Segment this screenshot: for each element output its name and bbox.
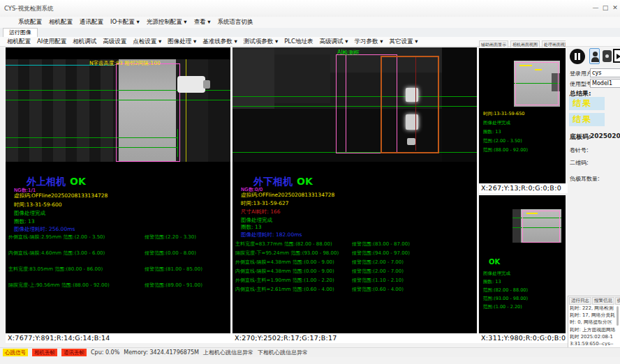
center-result-ok: OK xyxy=(297,176,313,187)
tab-count-label: 负极耳数量: xyxy=(570,175,600,183)
log-panel: 运行日志 报警信息 统计信息 耗时: 222, 网络检测耗时: 17, 网络分类… xyxy=(568,296,620,348)
left-image-measure-label: N字齿高度:93 相邻2间隔:100 xyxy=(89,60,161,67)
user-icon xyxy=(593,52,598,56)
aux-bottom-result-ok: OK xyxy=(489,258,500,266)
tool-ai-config[interactable]: AI使用配置 xyxy=(37,38,66,46)
measurement-row: 主料宽度=83.77mm 范围:(82.00 - 88.00) 报警范围:(83… xyxy=(235,241,474,248)
log-tab-alarm[interactable]: 报警信息 xyxy=(592,297,614,305)
alarm-range: 报警范围:(1.10 - 2.10) xyxy=(352,277,404,284)
left-pixel-coordinates: X:7677;Y:891;R:14;G:14;B:14 xyxy=(6,333,232,343)
left-camera-view[interactable]: N字齿高度:93 相邻2间隔:100 外上相机 OK NG数:1/1 虚拟码:O… xyxy=(6,47,230,333)
aux-bottom-image xyxy=(512,209,561,243)
tool-spot-check[interactable]: 点检设置 ▾ xyxy=(133,38,161,46)
pause-button[interactable] xyxy=(570,49,585,64)
measure-label: 内侧直线-主料=2.61mm 范围:(0.60 - 4.00) xyxy=(235,286,334,293)
board-code-label: 底板码: xyxy=(570,132,591,142)
center-pixel-coordinates: X:270;Y:2502;R:17;G:17;B:17 xyxy=(232,333,479,343)
center-loop-count: 圈数: 13 xyxy=(241,224,261,231)
center-process-time: 图像处理耗时: 182.00ms xyxy=(241,232,302,238)
alarm-range: 报警范围:(0.00 - 8.00) xyxy=(145,250,196,257)
maximize-button[interactable]: □ xyxy=(600,4,610,11)
left-process-time: 图像处理耗时: 256.00ms xyxy=(14,226,75,233)
login-user-input[interactable]: cys xyxy=(590,68,620,77)
tab-run-image[interactable]: 运行图像 xyxy=(3,28,38,37)
alarm-range: 报警范围:(0.60 - 4.00) xyxy=(352,286,404,293)
center-time: 时间:13-31-59-627 xyxy=(241,200,289,207)
measurement-row: 主料宽度:83.05mm 范围:(80.00 - 86.00) 报警范围:(81… xyxy=(8,266,228,273)
pause-icon xyxy=(575,53,577,60)
lock-icon xyxy=(605,54,609,58)
aux-tab-camera-view[interactable]: 相机画面视图 xyxy=(510,40,540,47)
lower-camera-heartbeat-message: 下相机心跳信息异常 xyxy=(258,349,308,356)
tool-baseline-params[interactable]: 基准线参数 ▾ xyxy=(202,38,237,46)
measure-label: 外侧直线-主料=1.90mm 范围:(1.00 - 2.20) xyxy=(235,277,334,284)
left-camera-image: N字齿高度:93 相邻2间隔:100 xyxy=(6,59,230,162)
center-process-done: 图像处理完成 xyxy=(241,217,272,224)
measurement-row: 内侧直线-隔膜=4.38mm 范围:(0.00 - 9.00) 报警范围:(2.… xyxy=(235,268,474,275)
tool-plc-address[interactable]: PLC地址表 xyxy=(284,38,313,46)
menu-language-switch[interactable]: 系统语言切换 xyxy=(218,18,253,26)
upper-camera-heartbeat-message: 上相机心跳信息异常 xyxy=(203,349,253,356)
tab-strip: 运行图像 xyxy=(0,28,620,38)
menu-comm-config[interactable]: 通讯配置 xyxy=(80,18,103,26)
measurement-row: 外侧直线-隔膜:2.95mm 范围:(2.00 - 3.50) 报警范围:(2.… xyxy=(8,234,228,241)
menu-light-config[interactable]: 光源控制配置 ▾ xyxy=(147,18,187,26)
result-badge: 结果 xyxy=(569,97,605,110)
aux-tab-processed-view[interactable]: 处理画面视图 xyxy=(542,40,566,47)
measure-label: 主料宽度=83.77mm 范围:(82.00 - 88.00) xyxy=(235,241,332,248)
tool-camera-config[interactable]: 相机配置 xyxy=(7,38,31,46)
title-bar: CYS-视觉检测系统 — □ ✕ xyxy=(0,0,620,17)
exit-button[interactable] xyxy=(613,49,620,63)
menu-camera-config[interactable]: 相机配置 xyxy=(49,18,73,26)
left-time: 时间:13-31-59-600 xyxy=(14,202,62,208)
alarm-range: 报警范围:(89.00 - 91.00) xyxy=(145,282,202,289)
tool-advanced-debug[interactable]: 高级调试 ▾ xyxy=(320,38,348,46)
tool-learning-params[interactable]: 学习参数 ▾ xyxy=(354,38,383,46)
qr-code-label: 二维码: xyxy=(570,159,589,167)
aux-top-line: 圈数: 13 xyxy=(483,129,501,135)
log-scrollbar[interactable] xyxy=(617,306,619,326)
window-title: CYS-视觉检测系统 xyxy=(4,5,53,13)
alarm-range: 报警范围:(81.00 - 85.00) xyxy=(145,266,202,273)
aux-view-tabs: 辅助画面显示 相机画面视图 处理画面视图 xyxy=(479,39,566,47)
aux-top-line: 时间:13-31-59-650 xyxy=(483,111,524,117)
tool-advanced-settings[interactable]: 高级设置 xyxy=(103,38,126,46)
model-input[interactable]: Model1 xyxy=(590,79,620,88)
measure-label: 外侧直线-隔膜=4.38mm 范围:(0.00 - 9.00) xyxy=(235,259,334,266)
center-ai-time: 尺寸AI耗时: 166 xyxy=(241,208,281,215)
log-tab-stats[interactable]: 统计信息 xyxy=(615,297,620,305)
menu-io-config[interactable]: IO卡配置 ▾ xyxy=(110,18,140,26)
user-icon xyxy=(591,57,599,62)
tool-camera-debug[interactable]: 相机调试 xyxy=(73,38,96,46)
aux-bottom-line: 范围:(1.00 - 2.20) xyxy=(483,304,522,310)
menu-system-config[interactable]: 系统配置 xyxy=(18,18,42,26)
measure-label: 内侧直线-隔膜=4.38mm 范围:(0.00 - 9.00) xyxy=(235,268,334,275)
center-camera-image: AI检测框 xyxy=(232,47,477,162)
cpu-usage: Cpu: 0.0% xyxy=(91,349,119,356)
tool-image-processing[interactable]: 图像处理 ▾ xyxy=(168,38,196,46)
aux-tab-display[interactable]: 辅助画面显示 xyxy=(479,40,508,47)
aux-top-view[interactable]: 时间:13-31-59-650 图像处理完成 圈数: 13 范围:(2.00 -… xyxy=(479,48,566,183)
left-loop-count: 圈数: 13 xyxy=(14,218,34,225)
comm-dropframe-badge: 通讯丢帧 xyxy=(61,349,87,356)
aux-top-line: 范围:(2.00 - 3.50) xyxy=(483,138,522,144)
ai-detect-label: AI检测框 xyxy=(337,49,360,56)
aux-bottom-view[interactable]: OK 图像处理完成 圈数: 13 范围:(82.00 - 88.00) 范围:(… xyxy=(479,195,566,333)
aux-top-line: 范围:(88.00 - 92.00) xyxy=(483,147,528,153)
menu-view[interactable]: 查看 ▾ xyxy=(194,18,211,26)
measurement-row: 内侧直线-隔膜:4.60mm 范围:(3.00 - 6.00) 报警范围:(0.… xyxy=(8,250,228,257)
tool-test-params[interactable]: 测试项参数 ▾ xyxy=(244,38,278,46)
aux-bottom-pixel-coordinates: X:311;Y:980;R:0;G:0;B:0 xyxy=(479,333,568,343)
minimize-button[interactable]: — xyxy=(591,4,600,11)
center-camera-view[interactable]: AI检测框 外下相机 OK NG数:0/0 虚拟码:OFFline2025020… xyxy=(232,47,477,333)
aux-bottom-line: 范围:(82.00 - 88.00) xyxy=(483,287,528,294)
log-tab-run[interactable]: 运行日志 xyxy=(569,297,591,305)
left-result-ok: OK xyxy=(70,176,86,187)
user-button[interactable] xyxy=(589,48,600,64)
tool-other-settings[interactable]: 其它设置 ▾ xyxy=(389,38,418,46)
pause-icon xyxy=(578,53,580,60)
roi-rect-magenta xyxy=(116,63,180,162)
close-button[interactable]: ✕ xyxy=(610,4,620,11)
lock-button[interactable] xyxy=(603,50,612,62)
aux-bottom-line: 图像处理完成 xyxy=(483,271,510,277)
